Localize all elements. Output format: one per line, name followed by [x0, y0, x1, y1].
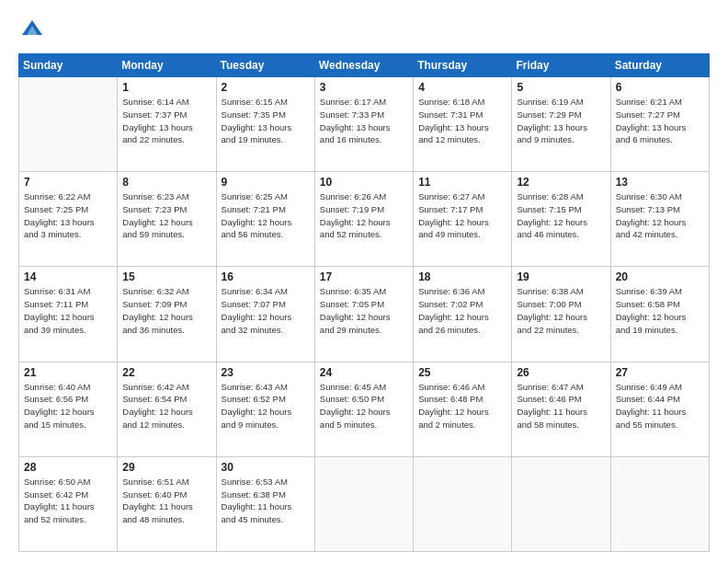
- day-info: Sunrise: 6:50 AMSunset: 6:42 PMDaylight:…: [24, 476, 112, 526]
- week-row-5: 28Sunrise: 6:50 AMSunset: 6:42 PMDayligh…: [19, 456, 710, 551]
- day-cell: 1Sunrise: 6:14 AMSunset: 7:37 PMDaylight…: [118, 77, 216, 172]
- day-number: 7: [24, 176, 112, 189]
- day-info: Sunrise: 6:49 AMSunset: 6:44 PMDaylight:…: [616, 381, 704, 431]
- day-cell: [512, 456, 610, 551]
- logo: [18, 17, 50, 44]
- day-cell: 28Sunrise: 6:50 AMSunset: 6:42 PMDayligh…: [19, 456, 118, 551]
- week-row-4: 21Sunrise: 6:40 AMSunset: 6:56 PMDayligh…: [19, 362, 710, 456]
- weekday-header-saturday: Saturday: [610, 54, 709, 77]
- calendar-body: 1Sunrise: 6:14 AMSunset: 7:37 PMDaylight…: [19, 77, 710, 552]
- day-cell: 22Sunrise: 6:42 AMSunset: 6:54 PMDayligh…: [118, 362, 216, 456]
- day-info: Sunrise: 6:47 AMSunset: 6:46 PMDaylight:…: [517, 381, 605, 431]
- day-number: 20: [616, 270, 704, 283]
- day-info: Sunrise: 6:14 AMSunset: 7:37 PMDaylight:…: [122, 96, 210, 146]
- day-number: 16: [222, 270, 310, 283]
- day-number: 2: [222, 81, 310, 94]
- day-info: Sunrise: 6:27 AMSunset: 7:17 PMDaylight:…: [418, 190, 506, 241]
- day-cell: 24Sunrise: 6:45 AMSunset: 6:50 PMDayligh…: [314, 362, 413, 456]
- day-cell: 8Sunrise: 6:23 AMSunset: 7:23 PMDaylight…: [118, 172, 216, 267]
- day-cell: 5Sunrise: 6:19 AMSunset: 7:29 PMDaylight…: [512, 77, 610, 172]
- day-cell: 30Sunrise: 6:53 AMSunset: 6:38 PMDayligh…: [216, 456, 314, 551]
- weekday-header-tuesday: Tuesday: [216, 54, 314, 77]
- weekday-header-wednesday: Wednesday: [314, 54, 413, 77]
- day-cell: 13Sunrise: 6:30 AMSunset: 7:13 PMDayligh…: [610, 172, 709, 267]
- day-cell: [610, 456, 709, 551]
- day-info: Sunrise: 6:21 AMSunset: 7:27 PMDaylight:…: [616, 96, 704, 146]
- day-cell: 25Sunrise: 6:46 AMSunset: 6:48 PMDayligh…: [414, 362, 512, 456]
- day-cell: 16Sunrise: 6:34 AMSunset: 7:07 PMDayligh…: [216, 267, 314, 362]
- day-cell: 9Sunrise: 6:25 AMSunset: 7:21 PMDaylight…: [216, 172, 314, 267]
- day-info: Sunrise: 6:19 AMSunset: 7:29 PMDaylight:…: [517, 96, 605, 146]
- day-cell: 19Sunrise: 6:38 AMSunset: 7:00 PMDayligh…: [512, 267, 610, 362]
- day-info: Sunrise: 6:17 AMSunset: 7:33 PMDaylight:…: [320, 96, 408, 146]
- day-number: 1: [122, 81, 210, 94]
- day-number: 11: [418, 176, 506, 189]
- week-row-1: 1Sunrise: 6:14 AMSunset: 7:37 PMDaylight…: [19, 77, 710, 172]
- day-number: 9: [222, 176, 310, 189]
- day-info: Sunrise: 6:38 AMSunset: 7:00 PMDaylight:…: [517, 285, 605, 336]
- day-cell: 6Sunrise: 6:21 AMSunset: 7:27 PMDaylight…: [610, 77, 709, 172]
- day-number: 17: [320, 270, 408, 283]
- day-number: 13: [616, 176, 704, 189]
- day-number: 4: [418, 81, 506, 94]
- day-info: Sunrise: 6:34 AMSunset: 7:07 PMDaylight:…: [222, 285, 310, 336]
- logo-icon: [18, 17, 46, 44]
- day-info: Sunrise: 6:36 AMSunset: 7:02 PMDaylight:…: [418, 285, 506, 336]
- day-number: 21: [24, 366, 112, 379]
- header-row: SundayMondayTuesdayWednesdayThursdayFrid…: [19, 54, 710, 77]
- day-info: Sunrise: 6:26 AMSunset: 7:19 PMDaylight:…: [320, 190, 408, 241]
- day-number: 14: [24, 270, 112, 283]
- day-cell: [414, 456, 512, 551]
- day-cell: 2Sunrise: 6:15 AMSunset: 7:35 PMDaylight…: [216, 77, 314, 172]
- week-row-3: 14Sunrise: 6:31 AMSunset: 7:11 PMDayligh…: [19, 267, 710, 362]
- day-cell: 10Sunrise: 6:26 AMSunset: 7:19 PMDayligh…: [314, 172, 413, 267]
- day-cell: 14Sunrise: 6:31 AMSunset: 7:11 PMDayligh…: [19, 267, 118, 362]
- day-info: Sunrise: 6:30 AMSunset: 7:13 PMDaylight:…: [616, 190, 704, 241]
- day-number: 6: [616, 81, 704, 94]
- day-info: Sunrise: 6:28 AMSunset: 7:15 PMDaylight:…: [517, 190, 605, 241]
- day-cell: [314, 456, 413, 551]
- day-info: Sunrise: 6:53 AMSunset: 6:38 PMDaylight:…: [222, 476, 310, 526]
- day-cell: 29Sunrise: 6:51 AMSunset: 6:40 PMDayligh…: [118, 456, 216, 551]
- day-number: 5: [517, 81, 605, 94]
- day-number: 26: [517, 366, 605, 379]
- day-info: Sunrise: 6:15 AMSunset: 7:35 PMDaylight:…: [222, 96, 310, 146]
- day-info: Sunrise: 6:35 AMSunset: 7:05 PMDaylight:…: [320, 285, 408, 336]
- day-number: 24: [320, 366, 408, 379]
- day-number: 30: [222, 461, 310, 474]
- day-cell: 27Sunrise: 6:49 AMSunset: 6:44 PMDayligh…: [610, 362, 709, 456]
- day-cell: 20Sunrise: 6:39 AMSunset: 6:58 PMDayligh…: [610, 267, 709, 362]
- weekday-header-sunday: Sunday: [19, 54, 118, 77]
- day-number: 19: [517, 270, 605, 283]
- week-row-2: 7Sunrise: 6:22 AMSunset: 7:25 PMDaylight…: [19, 172, 710, 267]
- day-cell: 12Sunrise: 6:28 AMSunset: 7:15 PMDayligh…: [512, 172, 610, 267]
- day-cell: [19, 77, 118, 172]
- day-info: Sunrise: 6:39 AMSunset: 6:58 PMDaylight:…: [616, 285, 704, 336]
- day-cell: 7Sunrise: 6:22 AMSunset: 7:25 PMDaylight…: [19, 172, 118, 267]
- day-number: 8: [122, 176, 210, 189]
- day-number: 10: [320, 176, 408, 189]
- day-info: Sunrise: 6:43 AMSunset: 6:52 PMDaylight:…: [222, 381, 310, 431]
- day-number: 23: [222, 366, 310, 379]
- day-cell: 26Sunrise: 6:47 AMSunset: 6:46 PMDayligh…: [512, 362, 610, 456]
- day-info: Sunrise: 6:51 AMSunset: 6:40 PMDaylight:…: [122, 476, 210, 526]
- day-cell: 23Sunrise: 6:43 AMSunset: 6:52 PMDayligh…: [216, 362, 314, 456]
- day-info: Sunrise: 6:46 AMSunset: 6:48 PMDaylight:…: [418, 381, 506, 431]
- day-cell: 21Sunrise: 6:40 AMSunset: 6:56 PMDayligh…: [19, 362, 118, 456]
- day-number: 28: [24, 461, 112, 474]
- day-cell: 18Sunrise: 6:36 AMSunset: 7:02 PMDayligh…: [414, 267, 512, 362]
- day-number: 29: [122, 461, 210, 474]
- day-number: 25: [418, 366, 506, 379]
- header: [18, 17, 710, 44]
- day-info: Sunrise: 6:18 AMSunset: 7:31 PMDaylight:…: [418, 96, 506, 146]
- day-number: 12: [517, 176, 605, 189]
- day-number: 15: [122, 270, 210, 283]
- weekday-header-thursday: Thursday: [414, 54, 512, 77]
- day-number: 27: [616, 366, 704, 379]
- day-info: Sunrise: 6:45 AMSunset: 6:50 PMDaylight:…: [320, 381, 408, 431]
- day-info: Sunrise: 6:25 AMSunset: 7:21 PMDaylight:…: [222, 190, 310, 241]
- weekday-header-friday: Friday: [512, 54, 610, 77]
- day-info: Sunrise: 6:31 AMSunset: 7:11 PMDaylight:…: [24, 285, 112, 336]
- day-cell: 17Sunrise: 6:35 AMSunset: 7:05 PMDayligh…: [314, 267, 413, 362]
- weekday-header-monday: Monday: [118, 54, 216, 77]
